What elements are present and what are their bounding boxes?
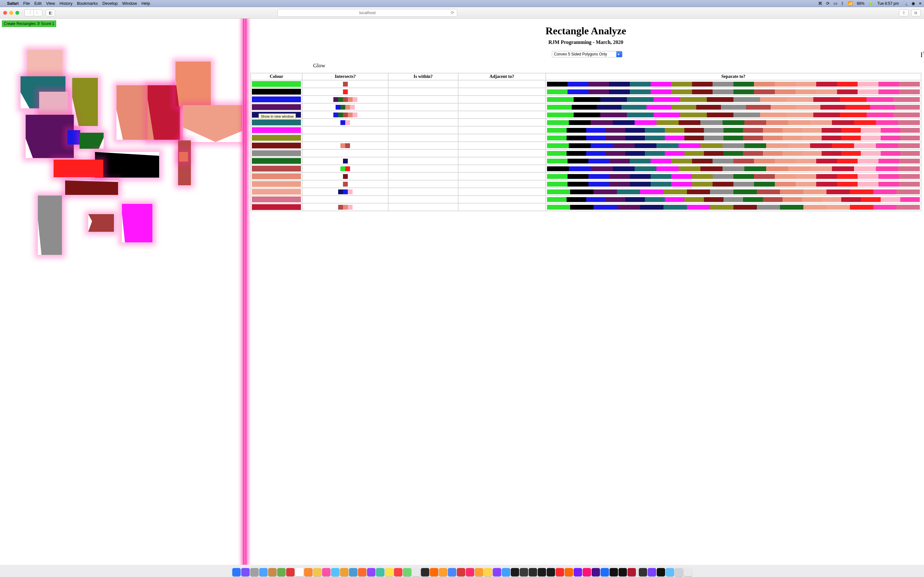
separate-swatch[interactable]	[627, 113, 654, 117]
separate-swatch[interactable]	[591, 166, 612, 171]
separate-swatch[interactable]	[640, 205, 664, 210]
dock-app-icon[interactable]	[628, 568, 636, 576]
separate-swatch[interactable]	[721, 105, 746, 110]
separate-swatch[interactable]	[733, 97, 760, 102]
separate-swatch[interactable]	[680, 97, 707, 102]
separate-swatch[interactable]	[899, 159, 920, 163]
separate-swatch[interactable]	[733, 159, 754, 163]
separate-swatch[interactable]	[796, 182, 817, 187]
dock-app-icon[interactable]	[520, 568, 528, 576]
separate-swatch[interactable]	[567, 159, 588, 163]
separate-swatch[interactable]	[763, 197, 782, 202]
separate-swatch[interactable]	[733, 89, 754, 94]
separate-swatch[interactable]	[700, 166, 722, 171]
separate-swatch[interactable]	[796, 82, 817, 87]
separate-swatch[interactable]	[722, 120, 744, 125]
intersect-swatch[interactable]	[343, 82, 348, 87]
separate-swatch[interactable]	[588, 159, 609, 163]
separate-swatch[interactable]	[870, 105, 895, 110]
separate-swatch[interactable]	[640, 189, 664, 194]
separate-swatch[interactable]	[617, 189, 640, 194]
intersect-swatch[interactable]	[345, 143, 350, 148]
separate-swatch[interactable]	[547, 82, 568, 87]
dock-app-icon[interactable]	[684, 568, 692, 576]
separate-swatch[interactable]	[822, 135, 841, 140]
separate-swatch[interactable]	[881, 135, 900, 140]
separate-swatch[interactable]	[671, 174, 692, 179]
separate-swatch[interactable]	[841, 197, 861, 202]
separate-swatch[interactable]	[700, 143, 722, 148]
separate-swatch[interactable]	[704, 128, 724, 133]
airplay-icon[interactable]: ▭	[834, 1, 837, 6]
intersect-swatch[interactable]	[345, 120, 350, 125]
separate-swatch[interactable]	[567, 197, 586, 202]
dock-app-icon[interactable]	[250, 568, 258, 576]
dock-app-icon[interactable]	[619, 568, 627, 576]
colour-swatch[interactable]	[252, 197, 301, 202]
separate-swatch[interactable]	[897, 189, 920, 194]
polygon-shape[interactable]	[176, 61, 211, 106]
separate-swatch[interactable]	[588, 89, 609, 94]
separate-swatch[interactable]	[567, 135, 586, 140]
menu-view[interactable]: View	[46, 1, 55, 6]
colour-swatch[interactable]	[252, 204, 301, 210]
dock-app-icon[interactable]	[573, 568, 582, 576]
intersect-swatch[interactable]	[348, 205, 352, 210]
separate-swatch[interactable]	[733, 82, 754, 87]
separate-swatch[interactable]	[775, 159, 796, 163]
separate-swatch[interactable]	[733, 189, 757, 194]
separate-swatch[interactable]	[567, 89, 588, 94]
separate-swatch[interactable]	[810, 143, 832, 148]
separate-swatch[interactable]	[635, 166, 656, 171]
intersect-swatch[interactable]	[341, 120, 345, 125]
menubar-appname[interactable]: Safari	[7, 1, 19, 6]
colour-swatch[interactable]	[252, 181, 301, 187]
separate-swatch[interactable]	[570, 189, 594, 194]
separate-swatch[interactable]	[567, 82, 588, 87]
dock-app-icon[interactable]	[259, 568, 268, 576]
dock-app-icon[interactable]	[475, 568, 483, 576]
separate-swatch[interactable]	[898, 143, 920, 148]
separate-swatch[interactable]	[597, 105, 622, 110]
intersect-swatch[interactable]	[341, 166, 345, 171]
separate-swatch[interactable]	[588, 174, 609, 179]
intersect-swatch[interactable]	[343, 89, 348, 94]
separate-swatch[interactable]	[684, 151, 704, 156]
separate-swatch[interactable]	[671, 159, 692, 163]
separate-swatch[interactable]	[586, 135, 606, 140]
intersect-swatch[interactable]	[343, 182, 348, 187]
dock-app-icon[interactable]	[232, 568, 241, 576]
separate-swatch[interactable]	[840, 97, 867, 102]
dock-app-icon[interactable]	[430, 568, 438, 576]
status-icon[interactable]: ⌘	[818, 1, 822, 6]
separate-swatch[interactable]	[837, 182, 858, 187]
separate-swatch[interactable]	[832, 166, 854, 171]
separate-swatch[interactable]	[656, 143, 678, 148]
separate-swatch[interactable]	[832, 120, 854, 125]
bluetooth-icon[interactable]: ᛒ	[841, 1, 844, 6]
separate-swatch[interactable]	[594, 189, 617, 194]
dock-app-icon[interactable]	[295, 568, 304, 576]
forward-button[interactable]: 〉	[33, 9, 42, 16]
separate-swatch[interactable]	[816, 159, 837, 163]
separate-swatch[interactable]	[821, 105, 845, 110]
separate-swatch[interactable]	[895, 105, 920, 110]
separate-swatch[interactable]	[788, 120, 810, 125]
separate-swatch[interactable]	[899, 89, 920, 94]
colour-swatch[interactable]	[252, 89, 301, 95]
address-bar[interactable]: localhost ⟳	[278, 9, 457, 17]
separate-swatch[interactable]	[710, 205, 733, 210]
separate-swatch[interactable]	[754, 82, 775, 87]
separate-swatch[interactable]	[665, 197, 684, 202]
separate-swatch[interactable]	[692, 89, 713, 94]
separate-swatch[interactable]	[879, 159, 899, 163]
separate-swatch[interactable]	[766, 166, 788, 171]
separate-swatch[interactable]	[827, 205, 850, 210]
separate-swatch[interactable]	[712, 182, 733, 187]
separate-swatch[interactable]	[712, 89, 733, 94]
separate-swatch[interactable]	[780, 189, 803, 194]
dock-app-icon[interactable]	[385, 568, 393, 576]
separate-swatch[interactable]	[665, 151, 684, 156]
intersect-swatch[interactable]	[348, 189, 352, 194]
separate-swatch[interactable]	[796, 89, 817, 94]
